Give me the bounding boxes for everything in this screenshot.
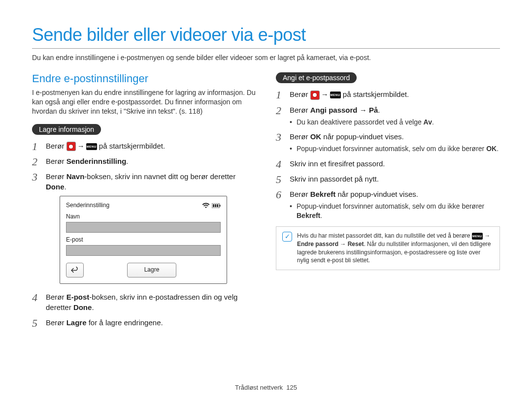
right-step-3: Berør OK når popup-vinduet vises. Popup-… — [276, 131, 500, 154]
step-text: når popup-vinduet vises. — [321, 132, 404, 141]
illustration-name-input — [66, 222, 221, 233]
note-text-segment: → — [338, 241, 348, 247]
bullet-bold: Bekreft — [297, 212, 320, 219]
left-steps: Berør →MENU på startskjermbildet. Berør … — [32, 141, 256, 328]
section-title-left: Endre e-postinnstillinger — [32, 72, 256, 85]
bullet-text: Popup-vinduet forsvinner automatisk, sel… — [297, 202, 484, 210]
svg-rect-1 — [220, 205, 221, 207]
menu-icon: MENU — [472, 233, 483, 240]
step-text: Berør — [46, 172, 66, 181]
step-text: Berør — [46, 157, 66, 165]
bullet-bold: Av — [424, 118, 432, 126]
illustration-name-label: Navn — [66, 213, 221, 221]
sender-settings-illustration: Senderinnstilling Navn E-post — [60, 196, 227, 283]
step-text: -boksen, skriv inn navnet ditt og berør … — [84, 172, 235, 181]
step-text: Berør — [290, 106, 310, 114]
step-bullet: Du kan deaktivere passordet ved å velge … — [290, 118, 500, 127]
right-step-1: Berør →MENU på startskjermbildet. — [276, 89, 500, 100]
step-text: Berør — [46, 293, 66, 301]
step-bold: Bekreft — [310, 190, 336, 198]
step-bullet: Popup-vinduet forsvinner automatisk, sel… — [290, 202, 500, 220]
right-step-4: Skriv inn et firesifret passord. — [276, 158, 500, 169]
left-step-1: Berør →MENU på startskjermbildet. — [32, 141, 256, 152]
menu-icon: MENU — [86, 143, 97, 150]
step-bold: Done — [73, 303, 92, 311]
footer-section: Trådløst nettverk — [235, 384, 283, 391]
app-icon — [66, 142, 76, 151]
intro-text: Du kan endre innstillingene i e-postmeny… — [32, 54, 500, 62]
bullet-bold: OK — [486, 145, 497, 153]
right-step-5: Skriv inn passordet på nytt. — [276, 174, 500, 184]
left-step-5: Berør Lagre for å lagre endringene. — [32, 317, 256, 328]
step-text: Berør — [46, 142, 66, 150]
bullet-text: Popup-vinduet forsvinner automatisk, sel… — [297, 145, 486, 153]
step-bold: Done — [46, 183, 65, 191]
step-text: . — [65, 183, 66, 191]
page-footer: Trådløst nettverk 125 — [0, 384, 532, 391]
footer-page-num: 125 — [286, 384, 297, 391]
step-text: Berør — [290, 132, 310, 141]
step-text: Berør — [46, 318, 66, 327]
step-text: . — [92, 303, 94, 311]
svg-rect-2 — [213, 204, 214, 207]
note-bold: Reset — [348, 241, 364, 247]
step-text: . — [126, 157, 128, 165]
wifi-icon — [202, 203, 210, 209]
bullet-text: Du kan deaktivere passordet ved å velge — [297, 118, 424, 126]
right-steps: Berør →MENU på startskjermbildet. Berør … — [276, 89, 500, 220]
step-text: Berør — [290, 190, 310, 198]
battery-icon — [212, 203, 221, 208]
arrow-icon: → — [321, 89, 329, 99]
step-text: → — [358, 106, 369, 114]
left-step-3: Berør Navn-boksen, skriv inn navnet ditt… — [32, 171, 256, 283]
step-bold: Lagre — [66, 318, 87, 327]
right-step-2: Berør Angi passord → På. Du kan deaktive… — [276, 105, 500, 127]
step-bold: OK — [310, 132, 322, 141]
step-bold: E-post — [66, 293, 90, 301]
note-icon: ✓ — [282, 232, 292, 242]
illustration-back-button — [66, 263, 84, 278]
note-box: ✓ Hvis du har mistet passordet ditt, kan… — [276, 226, 500, 270]
step-bold: Senderinnstilling — [66, 157, 127, 165]
step-text: for å lagre endringene. — [87, 318, 163, 327]
pill-angi-passord: Angi et e-postpassord — [276, 72, 357, 83]
step-text: når popup-vinduet vises. — [335, 190, 418, 198]
step-bold: Navn — [66, 172, 85, 181]
note-text: Hvis du har mistet passordet ditt, kan d… — [297, 232, 494, 265]
left-step-4: Berør E-post-boksen, skriv inn e-postadr… — [32, 292, 256, 312]
page-title: Sende bilder eller videoer via e-post — [32, 25, 500, 45]
svg-rect-4 — [217, 204, 218, 207]
step-text: . — [378, 106, 380, 114]
pill-lagre-informasjon: Lagre informasjon — [32, 124, 101, 135]
step-bold: På — [369, 106, 378, 114]
section-desc-left: I e-postmenyen kan du endre innstillinge… — [32, 88, 256, 116]
svg-rect-3 — [215, 204, 216, 207]
step-bullet: Popup-vinduet forsvinner automatisk, sel… — [290, 144, 500, 154]
step-text: på startskjermbildet. — [97, 142, 165, 150]
menu-icon: MENU — [330, 92, 341, 98]
app-icon — [310, 91, 320, 100]
step-text: Berør — [290, 90, 310, 98]
illustration-save-button: Lagre — [127, 263, 176, 278]
left-column: Endre e-postinnstillinger I e-postmenyen… — [32, 72, 256, 333]
arrow-icon: → — [77, 141, 85, 151]
note-text-segment: Hvis du har mistet passordet ditt, kan d… — [297, 232, 472, 239]
bullet-text: . — [432, 118, 434, 126]
right-step-6: Berør Bekreft når popup-vinduet vises. P… — [276, 189, 500, 220]
illustration-title: Senderinnstilling — [66, 201, 109, 210]
illustration-email-input — [66, 245, 221, 256]
bullet-text: . — [497, 145, 499, 153]
bullet-text: . — [320, 212, 322, 219]
title-rule — [32, 48, 500, 49]
illustration-email-label: E-post — [66, 236, 221, 244]
step-text: på startskjermbildet. — [341, 90, 409, 98]
step-bold: Angi passord — [310, 106, 358, 114]
left-step-2: Berør Senderinnstilling. — [32, 156, 256, 166]
note-bold: Endre passord — [297, 241, 338, 247]
right-column: Angi et e-postpassord Berør →MENU på sta… — [276, 72, 500, 333]
note-text-segment: → — [483, 232, 490, 239]
